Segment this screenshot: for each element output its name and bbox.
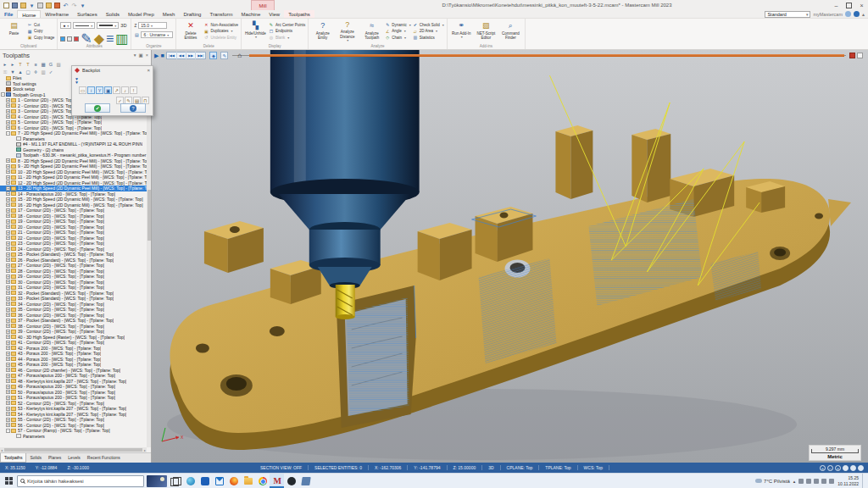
expand-icon[interactable]: + <box>6 269 10 273</box>
taskbar-app-mail[interactable] <box>212 474 226 488</box>
filter-icon[interactable]: ▥ <box>40 69 47 75</box>
tree-item[interactable]: -7 - 2D High Speed (2D Dynamic Peel Mill… <box>0 130 147 136</box>
news-widget-thumbnail[interactable] <box>147 475 167 487</box>
stop-condition-icon[interactable] <box>849 53 855 58</box>
section-view-status[interactable]: SECTION VIEW: OFF <box>254 465 309 470</box>
ribbon-tab-mesh[interactable]: Mesh <box>159 10 180 18</box>
weather-widget[interactable]: 7°C Pilvistä <box>755 479 790 484</box>
expand-icon[interactable]: + <box>6 169 10 174</box>
expand-icon[interactable]: + <box>6 225 10 229</box>
check-solid-button[interactable]: ✔Check Solid <box>413 22 444 27</box>
taskbar-app-firefox[interactable] <box>226 474 241 488</box>
ribbon-tab-machine[interactable]: Machine <box>237 10 265 18</box>
expand-icon[interactable]: + <box>6 385 10 389</box>
expand-icon[interactable]: - <box>6 131 10 136</box>
level-field[interactable]: 6 : Unname <box>141 31 173 38</box>
non-associative-button[interactable]: ✕Non-Associative <box>203 22 238 27</box>
arc-center-points-button[interactable]: ✎Arc Center Points <box>269 22 305 27</box>
tree-item[interactable]: +12 - 2D High Speed (2D Dynamic Peel Mil… <box>0 180 147 186</box>
undo-icon[interactable]: ↶ <box>63 3 69 8</box>
statistics-button[interactable]: ▥Statistics <box>413 35 444 40</box>
outline-view-icon[interactable] <box>858 465 864 471</box>
expand-icon[interactable]: + <box>6 418 10 422</box>
tree-item[interactable]: +9 - 2D High Speed (2D Dynamic Peel Mill… <box>0 164 147 169</box>
expand-icon[interactable]: + <box>6 191 10 196</box>
copy-button[interactable]: ▦Copy <box>27 29 54 34</box>
scroll-icon[interactable]: ✛ <box>32 69 39 75</box>
viewport-3d-canvas[interactable]: X <box>152 50 868 463</box>
backplot-alert-icon[interactable]: ! <box>130 86 137 94</box>
fit-icon[interactable]: + <box>835 465 841 471</box>
expand-icon[interactable]: + <box>6 109 10 114</box>
analyze-toolpath-button[interactable]: ≈ Analyze Toolpath <box>360 20 383 42</box>
close-button[interactable] <box>855 0 868 10</box>
account-icon[interactable] <box>854 11 860 17</box>
line-width-select[interactable] <box>97 22 119 29</box>
start-button[interactable] <box>0 474 17 488</box>
lock-icon[interactable]: ⚿ <box>2 69 8 75</box>
expand-icon[interactable]: + <box>6 363 10 367</box>
taskbar-app-store[interactable] <box>198 474 212 488</box>
expand-icon[interactable]: + <box>6 164 10 169</box>
backplot-tool-icon[interactable]: i <box>87 86 95 94</box>
panel-menu-icon[interactable]: ▾ <box>134 53 136 58</box>
duplicates-button[interactable]: ▣Duplicates <box>203 29 238 34</box>
verify-icon[interactable]: ▦ <box>40 61 47 68</box>
trace-toggle[interactable]: ✎ <box>220 52 228 59</box>
expand-icon[interactable]: + <box>6 291 10 295</box>
net-script-editor-button[interactable]: ▧ NET-Script Editor <box>475 20 498 42</box>
z-depth-field[interactable]: 15.0 <box>138 22 167 29</box>
save-icon[interactable] <box>12 3 18 8</box>
zoom-in-icon[interactable]: + <box>820 465 826 471</box>
expand-icon[interactable]: + <box>6 352 10 356</box>
taskbar-app-explorer[interactable] <box>241 474 255 488</box>
panel-close-icon[interactable]: × <box>146 53 148 58</box>
skip-end-button[interactable]: ▶▶| <box>196 52 205 59</box>
line-style-select[interactable] <box>73 22 95 29</box>
playback-thumb-icon[interactable]: ⌂ <box>237 52 242 59</box>
expand-icon[interactable]: + <box>6 158 10 163</box>
analyze-chain-button[interactable]: ◇Chain <box>385 35 411 40</box>
panel-tab-toolpaths[interactable]: Toolpaths <box>0 453 26 463</box>
taskbar-app-github[interactable] <box>284 474 298 488</box>
backplot-step-icon[interactable]: ▼▼ <box>75 77 79 84</box>
backplot-machine-icon[interactable]: ▭ <box>79 86 86 94</box>
expand-icon[interactable]: + <box>6 286 10 290</box>
tree-item[interactable]: +11 - 2D High Speed (2D Dynamic Peel Mil… <box>0 175 147 180</box>
regen-selected-icon[interactable]: T <box>17 61 24 68</box>
mymastercam-link[interactable]: myMastercam <box>813 12 843 17</box>
ribbon-tab-transform[interactable]: Transform <box>205 10 236 18</box>
tray-pen-icon[interactable] <box>798 479 804 484</box>
surface-color-swatch[interactable] <box>74 36 79 42</box>
post-icon[interactable]: G <box>47 61 54 68</box>
ribbon-tab-drafting[interactable]: Drafting <box>179 10 205 18</box>
skip-start-button[interactable]: |◀◀ <box>167 52 177 59</box>
expand-icon[interactable]: + <box>6 357 10 361</box>
taskbar-app-mastercam[interactable] <box>270 474 284 488</box>
flag-icon[interactable] <box>54 3 60 8</box>
tree-item[interactable]: +53 - Kierteytys kint.kaplla 207 - [WCS:… <box>0 406 147 412</box>
expand-icon[interactable]: + <box>6 379 10 383</box>
wireframe-color-swatch[interactable] <box>60 36 65 42</box>
ribbon-tab-wireframe[interactable]: Wireframe <box>41 10 73 18</box>
tree-item[interactable]: +15 - 2D High Speed (2D Dynamic Mill) - … <box>0 197 147 202</box>
shaded-icon[interactable] <box>843 465 849 471</box>
expand-icon[interactable]: + <box>6 208 10 213</box>
expand-icon[interactable]: + <box>6 214 10 218</box>
analyze-angle-button[interactable]: ∠Angle <box>385 29 411 34</box>
tree-item[interactable]: +40 - 3D High Speed (Raster) - [WCS: Top… <box>0 335 147 341</box>
zoom-out-icon[interactable]: − <box>827 465 833 471</box>
select-all-ops-icon[interactable]: ▸ <box>2 61 8 68</box>
collapse-ribbon-icon[interactable]: ▴ <box>862 11 865 17</box>
expand-icon[interactable]: + <box>6 120 10 125</box>
new-file-icon[interactable] <box>3 3 9 8</box>
maximize-button[interactable] <box>843 0 855 10</box>
tree-item[interactable]: +54 - Kierteytys kint.kaplla 207 - [WCS:… <box>0 412 147 418</box>
ribbon-tab-home[interactable]: Home <box>17 10 41 18</box>
expand-icon[interactable]: + <box>6 175 10 180</box>
expand-icon[interactable]: + <box>6 258 10 262</box>
taskbar-clock[interactable]: 15.25 10.11.2022 <box>837 475 859 486</box>
options-icon[interactable]: ✓ <box>47 69 54 75</box>
expand-icon[interactable]: + <box>6 236 10 240</box>
panel-tab-planes[interactable]: Planes <box>45 453 64 463</box>
